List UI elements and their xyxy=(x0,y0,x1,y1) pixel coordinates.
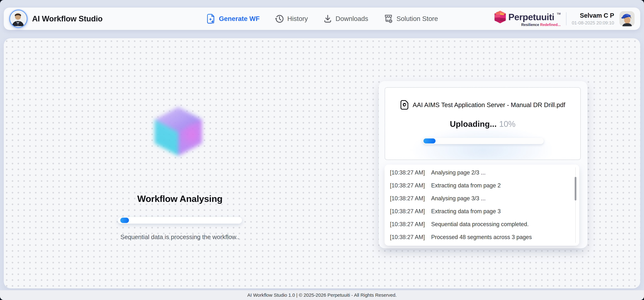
app-title: AI Workflow Studio xyxy=(32,14,102,23)
upload-card: AAI AIMS Test Application Server - Manua… xyxy=(384,87,581,160)
footer: AI Workflow Studio 1.0 | © 2025-2026 Per… xyxy=(0,290,644,300)
user-avatar-photo xyxy=(620,11,634,26)
log-timestamp: [10:38:27 AM] xyxy=(390,234,425,240)
app-logo-avatar xyxy=(10,10,27,28)
log-message: Sequential data processing completed. xyxy=(431,221,528,228)
nav-label-solution-store: Solution Store xyxy=(396,15,438,23)
history-icon xyxy=(275,14,284,24)
downloads-icon xyxy=(323,14,332,24)
log-row: [10:38:27 AM] Analysing page 2/3 ... xyxy=(390,166,570,179)
upload-percent-label: 10% xyxy=(499,119,516,128)
log-row: [10:38:27 AM] Sequential data processing… xyxy=(390,218,570,231)
brand-block: Perpetuuiti TM Resilience Redefined... xyxy=(494,11,560,27)
log-timestamp: [10:38:27 AM] xyxy=(390,182,425,189)
log-row: [10:38:27 AM] Analysing page 3/3 ... xyxy=(390,192,570,205)
brand-name: Perpetuuiti xyxy=(508,12,554,22)
log-message: Analysing page 2/3 ... xyxy=(431,169,486,176)
workflow-status-title: Workflow Analysing xyxy=(114,193,246,204)
main-nav: Generate WF History Downloads xyxy=(206,8,438,30)
workflow-progressbar xyxy=(118,217,242,224)
upload-status-label: Uploading... xyxy=(450,119,497,128)
upload-side-panel: AAI AIMS Test Application Server - Manua… xyxy=(379,81,588,248)
footer-text: AI Workflow Studio 1.0 | © 2025-2026 Per… xyxy=(247,292,397,298)
top-navbar: AI Workflow Studio Generate WF xyxy=(4,8,640,30)
log-row: [10:38:27 AM] Extracting data from page … xyxy=(390,205,570,218)
header-right-cluster: Perpetuuiti TM Resilience Redefined... S… xyxy=(494,8,634,30)
log-timestamp: [10:38:27 AM] xyxy=(390,195,425,202)
nav-item-solution-store[interactable]: Solution Store xyxy=(383,14,438,24)
nav-label-downloads: Downloads xyxy=(336,15,368,23)
pdf-icon xyxy=(400,100,409,110)
file-row: AAI AIMS Test Application Server - Manua… xyxy=(385,100,580,110)
log-row: [10:38:27 AM] Processed 48 segments acro… xyxy=(390,231,570,244)
nav-label-history: History xyxy=(287,15,308,23)
user-avatar[interactable] xyxy=(620,11,634,26)
user-name: Selvam C P xyxy=(580,12,614,19)
solution-store-icon xyxy=(383,14,394,24)
user-datetime: 01-08-2025 20:09:10 xyxy=(572,20,614,26)
ai-cube-graphic xyxy=(153,106,204,156)
workflow-status-subtitle: Sequential data is processing the workfl… xyxy=(114,234,246,240)
workflow-progress-fill xyxy=(120,218,129,223)
main-content-panel: Workflow Analysing Sequential data is pr… xyxy=(4,38,640,288)
log-rows: [10:38:27 AM] Analysing page 2/3 ... [10… xyxy=(390,166,570,244)
app-window: AI Workflow Studio Generate WF xyxy=(0,0,644,300)
upload-status: Uploading...10% xyxy=(385,119,580,129)
generate-wf-icon xyxy=(206,13,216,24)
log-message: Extracting data from page 3 xyxy=(431,208,500,215)
log-timestamp: [10:38:27 AM] xyxy=(390,221,425,228)
log-message: Analysing page 3/3 ... xyxy=(431,195,486,202)
header-divider xyxy=(566,12,566,25)
nav-item-history[interactable]: History xyxy=(275,14,308,24)
log-row: [10:38:27 AM] Extracting data from page … xyxy=(390,179,570,192)
nav-item-generate-wf[interactable]: Generate WF xyxy=(206,13,260,24)
log-timestamp: [10:38:27 AM] xyxy=(390,208,425,215)
nav-item-downloads[interactable]: Downloads xyxy=(323,14,368,24)
log-message: Processed 48 segments across 3 pages xyxy=(431,234,532,240)
process-log-panel[interactable]: [10:38:27 AM] Analysing page 2/3 ... [10… xyxy=(384,165,579,246)
log-timestamp: [10:38:27 AM] xyxy=(390,169,425,176)
upload-progressbar xyxy=(422,138,544,144)
nav-label-generate-wf: Generate WF xyxy=(219,15,260,23)
user-block: Selvam C P 01-08-2025 20:09:10 xyxy=(572,12,614,26)
log-scrollbar-thumb[interactable] xyxy=(575,177,576,201)
brand-tagline: Resilience Redefined... xyxy=(521,23,561,27)
upload-progress-fill xyxy=(424,138,436,143)
app-logo-block[interactable]: AI Workflow Studio xyxy=(10,8,102,30)
uploaded-filename: AAI AIMS Test Application Server - Manua… xyxy=(413,101,566,108)
perpetuuiti-logo-mark xyxy=(494,11,506,23)
person-avatar-icon xyxy=(10,11,26,26)
cube-glow xyxy=(181,121,204,149)
log-message: Extracting data from page 2 xyxy=(431,182,500,189)
brand-trademark: TM xyxy=(557,12,561,16)
